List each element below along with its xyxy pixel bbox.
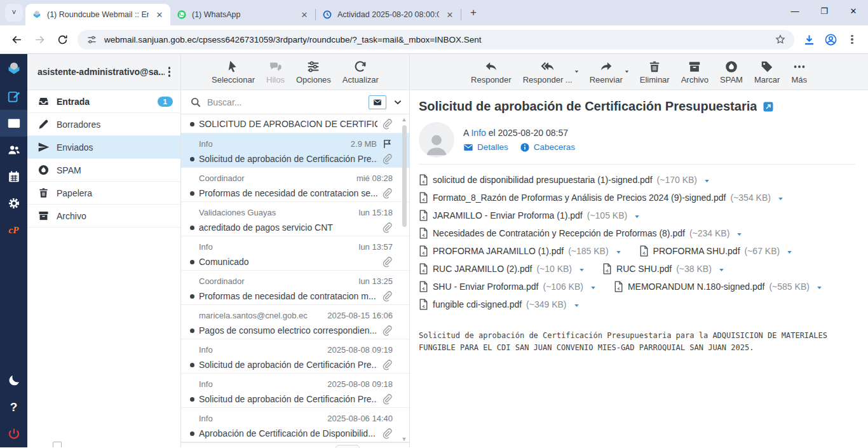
attachment-menu-caret-icon[interactable] [785, 247, 794, 255]
attachment[interactable]: MEMORANDUM N.180-signed.pdf (~585 KB) [614, 281, 824, 292]
folder-papelera[interactable]: Papelera [27, 182, 180, 205]
attachment-menu-caret-icon[interactable] [573, 301, 581, 309]
search-input[interactable] [207, 97, 369, 107]
scroll-up-icon[interactable]: ▲ [401, 116, 407, 123]
attachment-menu-caret-icon[interactable] [589, 283, 597, 291]
caret-down-icon[interactable] [573, 67, 580, 74]
window-minimize-button[interactable]: — [780, 0, 810, 22]
spam-button[interactable]: SPAM [715, 57, 747, 87]
tab-close-icon[interactable]: ✕ [299, 9, 310, 20]
message-list-item[interactable]: Coordinador lun 13:25 Proformas de neces… [181, 271, 409, 305]
profile-button[interactable] [820, 29, 841, 50]
dark-mode-button[interactable] [0, 367, 27, 394]
forward-button[interactable] [29, 29, 50, 50]
folder-spam[interactable]: SPAM [27, 159, 180, 182]
logout-button[interactable] [0, 421, 27, 447]
attachment[interactable]: solicitud de disponibilidad presupuestar… [419, 174, 711, 186]
attachment[interactable]: fungible cdi-signed.pdf (~349 KB) [419, 299, 581, 310]
attachment-name[interactable]: RUC JARAMILLO (2).pdf [433, 264, 532, 274]
tab-close-icon[interactable]: ✕ [154, 9, 165, 20]
reply-all-button[interactable]: Responder ... [519, 57, 577, 87]
attachment-name[interactable]: PROFORMA SHU.pdf [653, 246, 740, 256]
folder-enviados[interactable]: Enviados [27, 136, 180, 159]
browser-menu-button[interactable] [841, 29, 863, 50]
message-list-item[interactable]: Info lun 13:57 Comunicado [181, 236, 409, 271]
delete-button[interactable]: Eliminar [635, 57, 674, 87]
archive-button[interactable]: Archivo [677, 57, 713, 87]
tab-actividad[interactable]: Actividad 2025-08-20 08:00:00 ✕ [316, 4, 461, 25]
reload-button[interactable] [52, 29, 72, 50]
attachment[interactable]: SHU - Enviar Proforma.pdf (~106 KB) [419, 281, 597, 292]
scrollbar-thumb[interactable] [402, 125, 407, 227]
folder-archivo[interactable]: Archivo [27, 205, 180, 227]
attachment-menu-caret-icon[interactable] [614, 247, 623, 255]
message-list-item[interactable]: Validaciones Guayas lun 15:18 acreditado… [181, 202, 409, 236]
attachment-name[interactable]: fungible cdi-signed.pdf [433, 299, 522, 309]
scroll-down-icon[interactable]: ▼ [401, 436, 407, 442]
attachment-name[interactable]: RUC SHU.pdf [616, 264, 672, 274]
options-button[interactable]: Opciones [292, 57, 336, 87]
window-restore-button[interactable]: ❐ [810, 0, 839, 22]
attachment[interactable]: Formato_8_Razón de Proformas y Análisis … [419, 192, 785, 203]
tab-search-button[interactable]: ˅ [5, 4, 23, 22]
attachment[interactable]: PROFORMA SHU.pdf (~67 KB) [639, 245, 794, 257]
folder-entrada[interactable]: Entrada 1 [27, 90, 180, 113]
message-list-item[interactable]: Coordinador mié 08:28 Proformas de neces… [181, 168, 409, 202]
attachment[interactable]: RUC SHU.pdf (~38 KB) [602, 263, 726, 275]
search-scope-button[interactable] [369, 95, 386, 109]
attachment-menu-caret-icon[interactable] [703, 176, 711, 184]
refresh-button[interactable]: Actualizar [338, 57, 383, 87]
cpanel-nav-button[interactable]: cP [0, 217, 27, 243]
attachment-name[interactable]: SHU - Enviar Proforma.pdf [433, 282, 539, 292]
message-list-item[interactable]: Info 2025-08-06 14:40 Aprobación de Cert… [181, 408, 409, 442]
back-button[interactable] [6, 29, 27, 50]
list-scrollbar[interactable]: ▲ ▼ [400, 115, 409, 442]
contacts-nav-button[interactable] [0, 137, 27, 163]
settings-nav-button[interactable] [0, 190, 27, 217]
account-menu-button[interactable] [165, 63, 175, 81]
pagination-control[interactable] [336, 445, 360, 448]
message-list-item[interactable]: maricela.santos@cnel.gob.ec 2025-08-15 1… [181, 305, 409, 339]
flag-icon[interactable] [382, 139, 393, 149]
message-list-item[interactable]: SOLICITUD DE APROBACION DE CERTIFICA... [181, 114, 409, 133]
attachment-menu-caret-icon[interactable] [815, 283, 824, 291]
mark-button[interactable]: Marcar [750, 57, 784, 87]
attachment-name[interactable]: MEMORANDUM N.180-signed.pdf [628, 282, 765, 292]
folder-borradores[interactable]: Borradores [27, 113, 180, 136]
help-button[interactable]: ? [0, 394, 27, 421]
attachment-name[interactable]: Formato_8_Razón de Proformas y Análisis … [433, 193, 726, 203]
attachment[interactable]: PROFORMA JARAMILLO (1).pdf (~185 KB) [419, 245, 623, 257]
tab-whatsapp[interactable]: (1) WhatsApp ✕ [170, 4, 315, 25]
open-in-new-window-icon[interactable] [763, 101, 774, 112]
recipient-link[interactable]: Info [471, 128, 485, 138]
page-url[interactable]: webmail.sanjuan.gob.ec/cpsess6426731059/… [104, 35, 773, 44]
reply-button[interactable]: Responder [466, 57, 516, 87]
attachment-menu-caret-icon[interactable] [578, 265, 586, 273]
threads-button[interactable]: Hilos [262, 57, 289, 87]
message-list-item[interactable]: Info 2025-08-08 09:19 Solicitud de aprob… [181, 339, 409, 374]
attachment-menu-caret-icon[interactable] [717, 265, 726, 273]
details-toggle[interactable]: Detalles [463, 142, 508, 153]
tab-roundcube[interactable]: (1) Roundcube Webmail :: Envia ✕ [25, 4, 170, 25]
compose-button[interactable] [0, 83, 27, 110]
address-bar[interactable]: webmail.sanjuan.gob.ec/cpsess6426731059/… [78, 30, 794, 50]
site-info-icon[interactable] [84, 32, 99, 47]
attachment-menu-caret-icon[interactable] [633, 212, 641, 220]
forward-button[interactable]: Reenviar [585, 57, 627, 87]
search-options-chevron-icon[interactable] [393, 97, 403, 107]
message-list-item[interactable]: Info 2.9 MB Solicitud de aprobación de C… [181, 133, 409, 168]
folder-actions-icon[interactable] [53, 442, 62, 447]
attachment-name[interactable]: PROFORMA JARAMILLO (1).pdf [433, 246, 564, 256]
caret-down-icon[interactable] [623, 67, 630, 74]
attachment[interactable]: RUC JARAMILLO (2).pdf (~10 KB) [419, 263, 586, 275]
attachment-menu-caret-icon[interactable] [776, 194, 785, 202]
calendar-nav-button[interactable] [0, 163, 27, 190]
attachment-name[interactable]: Necesidades de Contratación y Recepción … [433, 228, 685, 238]
attachment-menu-caret-icon[interactable] [735, 229, 743, 238]
new-tab-button[interactable]: + [465, 4, 482, 21]
attachment-name[interactable]: JARAMILLO - Enviar Proforma (1).pdf [433, 210, 583, 221]
message-list-item[interactable]: Info 2025-08-08 09:18 Solicitud de aprob… [181, 374, 409, 408]
window-close-button[interactable]: ✕ [839, 0, 868, 22]
headers-toggle[interactable]: Cabeceras [520, 142, 575, 153]
attachment[interactable]: JARAMILLO - Enviar Proforma (1).pdf (~10… [419, 210, 641, 221]
